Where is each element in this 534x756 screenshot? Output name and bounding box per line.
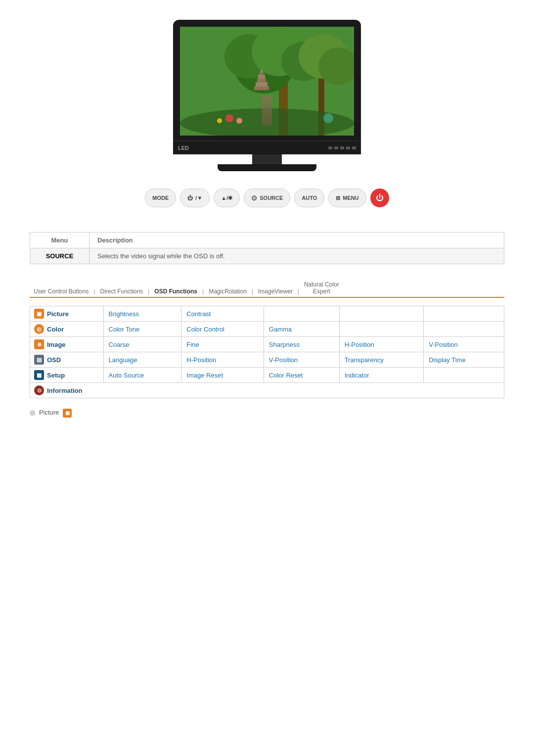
image-reset-link[interactable]: Image Reset bbox=[186, 372, 223, 379]
v-position-image-cell[interactable]: V-Position bbox=[424, 337, 504, 352]
table-header-row: Menu Description bbox=[30, 233, 504, 248]
auto-source-link[interactable]: Auto Source bbox=[109, 372, 144, 379]
h-position-osd-cell[interactable]: H-Position bbox=[181, 352, 264, 368]
table-row: ▤ OSD Language H-Position V-Position Tra… bbox=[30, 352, 504, 368]
h-position-osd-link[interactable]: H-Position bbox=[186, 356, 216, 364]
monitor-dot bbox=[328, 146, 332, 149]
picture-menu-item: ▣ Picture bbox=[34, 309, 99, 319]
setup-icon: ▦ bbox=[34, 370, 44, 380]
tab-magic-rotation[interactable]: MagicRotation bbox=[205, 286, 251, 297]
monitor-bottom-bar: LED bbox=[173, 141, 361, 154]
table-row: ◎ Color Color Tone Color Control Gamma bbox=[30, 322, 504, 337]
language-cell[interactable]: Language bbox=[103, 352, 181, 368]
language-link[interactable]: Language bbox=[109, 356, 137, 364]
menu-cell-image: ⊕ Image bbox=[30, 337, 104, 352]
color-control-cell[interactable]: Color Control bbox=[181, 322, 264, 337]
fine-link[interactable]: Fine bbox=[186, 341, 199, 348]
brightness-cell[interactable]: Brightness bbox=[103, 306, 181, 322]
menu-button[interactable]: ⊞ MENU bbox=[328, 189, 366, 207]
v-position-osd-link[interactable]: V-Position bbox=[269, 356, 298, 364]
mode-button[interactable]: MODE bbox=[145, 189, 176, 207]
table-row: ⊙ Information bbox=[30, 383, 504, 398]
indicator-link[interactable]: Indicator bbox=[345, 372, 369, 379]
coarse-link[interactable]: Coarse bbox=[109, 341, 130, 348]
color-tone-link[interactable]: Color Tone bbox=[109, 326, 140, 333]
nav-tabs-section: User Control Buttons | Direct Functions … bbox=[30, 279, 504, 298]
setup-label: Setup bbox=[47, 372, 65, 379]
monitor-stand-base bbox=[218, 164, 316, 171]
source-button[interactable]: ⊙ SOURCE bbox=[244, 189, 290, 207]
image-reset-cell[interactable]: Image Reset bbox=[181, 368, 264, 383]
fine-cell[interactable]: Fine bbox=[181, 337, 264, 352]
display-time-link[interactable]: Display Time bbox=[429, 356, 465, 364]
image-menu-item: ⊕ Image bbox=[34, 339, 99, 349]
auto-source-cell[interactable]: Auto Source bbox=[103, 368, 181, 383]
source-icon: ⊙ bbox=[251, 194, 257, 202]
tab-direct-functions[interactable]: Direct Functions bbox=[96, 286, 147, 297]
v-position-image-link[interactable]: V-Position bbox=[429, 341, 458, 348]
information-menu-item: ⊙ Information bbox=[34, 385, 500, 395]
h-position-image-link[interactable]: H-Position bbox=[345, 341, 374, 348]
color-control-link[interactable]: Color Control bbox=[186, 326, 224, 333]
tab-image-viewer[interactable]: ImageViewer bbox=[254, 286, 297, 297]
picture-small-icon: ▣ bbox=[63, 409, 72, 418]
monitor-wrapper: LED bbox=[173, 20, 361, 171]
circle-icon: ◎ bbox=[30, 409, 35, 416]
transparency-cell[interactable]: Transparency bbox=[339, 352, 424, 368]
sharpness-link[interactable]: Sharpness bbox=[269, 341, 300, 348]
h-position-image-cell[interactable]: H-Position bbox=[339, 337, 424, 352]
empty-cell-6 bbox=[424, 368, 504, 383]
svg-point-18 bbox=[217, 118, 222, 123]
monitor-dot bbox=[352, 146, 356, 149]
color-reset-link[interactable]: Color Reset bbox=[269, 372, 303, 379]
control-buttons-row: MODE ⏻/▼ ▲/✱ ⊙ SOURCE AUTO ⊞ MENU ⏻ bbox=[0, 181, 534, 222]
osd-main-table: ▣ Picture Brightness Contrast ◎ Color Co… bbox=[30, 306, 504, 398]
source-menu-cell: SOURCE bbox=[30, 248, 89, 264]
picture-icon: ▣ bbox=[34, 309, 44, 319]
auto-button[interactable]: AUTO bbox=[294, 189, 324, 207]
transparency-link[interactable]: Transparency bbox=[345, 356, 384, 364]
gamma-link[interactable]: Gamma bbox=[269, 326, 292, 333]
menu-cell-information: ⊙ Information bbox=[30, 383, 504, 398]
power-ring-icon: ⏻ bbox=[376, 193, 384, 202]
menu-column-header: Menu bbox=[30, 233, 89, 248]
up-asterisk-button[interactable]: ▲/✱ bbox=[214, 189, 240, 207]
color-icon: ◎ bbox=[34, 324, 44, 334]
svg-rect-11 bbox=[257, 78, 266, 83]
tab-osd-functions[interactable]: OSD Functions bbox=[150, 286, 201, 298]
indicator-cell[interactable]: Indicator bbox=[339, 368, 424, 383]
source-desc-cell: Selects the video signal while the OSD i… bbox=[89, 248, 504, 264]
osd-label: OSD bbox=[47, 356, 61, 364]
v-position-osd-cell[interactable]: V-Position bbox=[264, 352, 339, 368]
separator-5: | bbox=[297, 286, 300, 297]
sharpness-cell[interactable]: Sharpness bbox=[264, 337, 339, 352]
menu-grid-icon: ⊞ bbox=[336, 195, 340, 201]
contrast-link[interactable]: Contrast bbox=[186, 310, 211, 318]
color-menu-item: ◎ Color bbox=[34, 324, 99, 334]
empty-cell-5 bbox=[424, 322, 504, 337]
coarse-cell[interactable]: Coarse bbox=[103, 337, 181, 352]
contrast-cell[interactable]: Contrast bbox=[181, 306, 264, 322]
power-down-button[interactable]: ⏻/▼ bbox=[180, 189, 210, 207]
menu-cell-setup: ▦ Setup bbox=[30, 368, 104, 383]
power-icon: ⏻ bbox=[187, 195, 193, 201]
setup-menu-item: ▦ Setup bbox=[34, 370, 99, 380]
table-row: ▦ Setup Auto Source Image Reset Color Re… bbox=[30, 368, 504, 383]
power-button[interactable]: ⏻ bbox=[370, 189, 389, 207]
separator-2: | bbox=[147, 286, 150, 297]
svg-rect-10 bbox=[256, 82, 267, 87]
tab-user-control-buttons[interactable]: User Control Buttons bbox=[30, 286, 92, 297]
monitor-screen bbox=[180, 27, 354, 136]
display-time-cell[interactable]: Display Time bbox=[424, 352, 504, 368]
monitor-stand-neck bbox=[252, 154, 282, 164]
image-label: Image bbox=[47, 341, 66, 348]
brightness-link[interactable]: Brightness bbox=[109, 310, 139, 318]
osd-menu-item: ▤ OSD bbox=[34, 355, 99, 365]
svg-rect-14 bbox=[261, 70, 263, 72]
tab-natural-color[interactable]: Natural ColorExpert bbox=[300, 279, 343, 297]
information-label: Information bbox=[47, 387, 83, 394]
gamma-cell[interactable]: Gamma bbox=[264, 322, 339, 337]
color-tone-cell[interactable]: Color Tone bbox=[103, 322, 181, 337]
color-reset-cell[interactable]: Color Reset bbox=[264, 368, 339, 383]
osd-table-section: ▣ Picture Brightness Contrast ◎ Color Co… bbox=[30, 306, 504, 398]
